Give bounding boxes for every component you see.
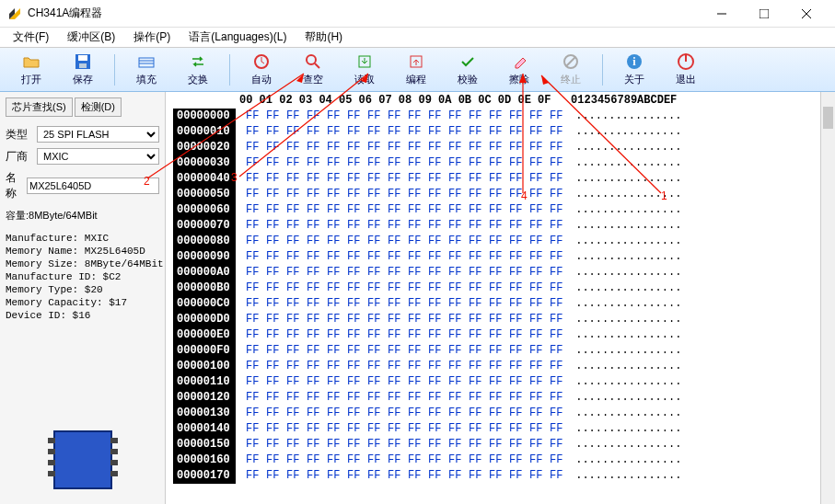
hex-byte[interactable]: FF: [283, 452, 303, 468]
hex-byte[interactable]: FF: [465, 249, 485, 265]
save-button[interactable]: 保存: [59, 50, 107, 90]
hex-byte[interactable]: FF: [323, 437, 343, 452]
hex-byte[interactable]: FF: [242, 249, 262, 265]
hex-byte[interactable]: FF: [546, 234, 566, 249]
hex-byte[interactable]: FF: [424, 468, 445, 484]
hex-byte[interactable]: FF: [283, 406, 303, 421]
hex-byte[interactable]: FF: [242, 327, 262, 343]
hex-byte[interactable]: FF: [262, 234, 283, 249]
hex-byte[interactable]: FF: [343, 468, 364, 484]
hex-byte[interactable]: FF: [526, 265, 546, 281]
verify-button[interactable]: 校验: [444, 50, 492, 90]
hex-byte[interactable]: FF: [242, 140, 262, 155]
hex-byte[interactable]: FF: [364, 281, 384, 296]
hex-byte[interactable]: FF: [364, 202, 384, 218]
hex-byte[interactable]: FF: [465, 343, 485, 359]
hex-byte[interactable]: FF: [323, 249, 343, 265]
hex-byte[interactable]: FF: [424, 406, 445, 421]
hex-byte[interactable]: FF: [485, 265, 505, 281]
hex-byte[interactable]: FF: [424, 187, 445, 202]
close-button[interactable]: [785, 0, 828, 28]
hex-byte[interactable]: FF: [505, 281, 526, 296]
hex-byte[interactable]: FF: [323, 406, 343, 421]
hex-byte[interactable]: FF: [303, 249, 323, 265]
hex-byte[interactable]: FF: [404, 468, 424, 484]
hex-byte[interactable]: FF: [323, 421, 343, 437]
hex-byte[interactable]: FF: [283, 202, 303, 218]
hex-byte[interactable]: FF: [343, 296, 364, 312]
hex-byte[interactable]: FF: [384, 390, 404, 406]
hex-byte[interactable]: FF: [445, 390, 465, 406]
hex-byte[interactable]: FF: [505, 359, 526, 374]
hex-byte[interactable]: FF: [485, 312, 505, 327]
hex-byte[interactable]: FF: [465, 390, 485, 406]
hex-byte[interactable]: FF: [384, 234, 404, 249]
hex-byte[interactable]: FF: [424, 234, 445, 249]
hex-byte[interactable]: FF: [283, 421, 303, 437]
hex-byte[interactable]: FF: [242, 187, 262, 202]
hex-byte[interactable]: FF: [445, 155, 465, 171]
menu-file[interactable]: 文件(F): [4, 28, 58, 47]
hex-byte[interactable]: FF: [364, 124, 384, 140]
hex-byte[interactable]: FF: [303, 406, 323, 421]
hex-byte[interactable]: FF: [262, 437, 283, 452]
hex-byte[interactable]: FF: [404, 296, 424, 312]
hex-byte[interactable]: FF: [283, 187, 303, 202]
hex-byte[interactable]: FF: [526, 187, 546, 202]
hex-byte[interactable]: FF: [242, 359, 262, 374]
hex-row[interactable]: 00000110 FFFFFFFFFFFFFFFFFFFFFFFFFFFFFFF…: [166, 374, 835, 390]
hex-byte[interactable]: FF: [546, 390, 566, 406]
hex-byte[interactable]: FF: [404, 359, 424, 374]
hex-byte[interactable]: FF: [323, 359, 343, 374]
hex-byte[interactable]: FF: [343, 187, 364, 202]
hex-byte[interactable]: FF: [323, 187, 343, 202]
hex-editor[interactable]: 00 01 02 03 04 05 06 07 08 09 0A 0B 0C 0…: [166, 92, 835, 504]
hex-byte[interactable]: FF: [404, 437, 424, 452]
vendor-select[interactable]: MXIC: [37, 148, 159, 165]
erase-button[interactable]: 擦除: [495, 50, 543, 90]
hex-byte[interactable]: FF: [445, 140, 465, 155]
hex-byte[interactable]: FF: [465, 421, 485, 437]
hex-byte[interactable]: FF: [262, 281, 283, 296]
hex-byte[interactable]: FF: [283, 171, 303, 187]
hex-byte[interactable]: FF: [242, 374, 262, 390]
program-button[interactable]: 编程: [392, 50, 440, 90]
hex-row[interactable]: 00000160 FFFFFFFFFFFFFFFFFFFFFFFFFFFFFFF…: [166, 452, 835, 468]
hex-byte[interactable]: FF: [546, 452, 566, 468]
exit-button[interactable]: 退出: [662, 50, 710, 90]
hex-byte[interactable]: FF: [384, 171, 404, 187]
hex-byte[interactable]: FF: [303, 468, 323, 484]
hex-byte[interactable]: FF: [242, 296, 262, 312]
hex-byte[interactable]: FF: [424, 452, 445, 468]
hex-byte[interactable]: FF: [262, 343, 283, 359]
hex-row[interactable]: 000000D0 FFFFFFFFFFFFFFFFFFFFFFFFFFFFFFF…: [166, 312, 835, 327]
hex-byte[interactable]: FF: [283, 437, 303, 452]
hex-byte[interactable]: FF: [424, 296, 445, 312]
hex-byte[interactable]: FF: [526, 124, 546, 140]
hex-byte[interactable]: FF: [303, 109, 323, 124]
hex-byte[interactable]: FF: [404, 140, 424, 155]
hex-byte[interactable]: FF: [384, 187, 404, 202]
hex-row[interactable]: 000000F0 FFFFFFFFFFFFFFFFFFFFFFFFFFFFFFF…: [166, 343, 835, 359]
hex-byte[interactable]: FF: [262, 359, 283, 374]
hex-byte[interactable]: FF: [424, 171, 445, 187]
hex-byte[interactable]: FF: [242, 312, 262, 327]
hex-byte[interactable]: FF: [424, 343, 445, 359]
hex-byte[interactable]: FF: [485, 390, 505, 406]
hex-byte[interactable]: FF: [303, 296, 323, 312]
hex-byte[interactable]: FF: [364, 109, 384, 124]
hex-byte[interactable]: FF: [445, 218, 465, 234]
hex-row[interactable]: 000000B0 FFFFFFFFFFFFFFFFFFFFFFFFFFFFFFF…: [166, 281, 835, 296]
hex-byte[interactable]: FF: [485, 406, 505, 421]
hex-byte[interactable]: FF: [323, 155, 343, 171]
hex-byte[interactable]: FF: [262, 109, 283, 124]
chip-search-button[interactable]: 芯片查找(S): [6, 97, 73, 117]
hex-byte[interactable]: FF: [465, 296, 485, 312]
hex-byte[interactable]: FF: [384, 140, 404, 155]
hex-byte[interactable]: FF: [384, 265, 404, 281]
hex-byte[interactable]: FF: [505, 265, 526, 281]
hex-byte[interactable]: FF: [424, 421, 445, 437]
hex-byte[interactable]: FF: [323, 281, 343, 296]
hex-byte[interactable]: FF: [303, 155, 323, 171]
hex-byte[interactable]: FF: [384, 296, 404, 312]
